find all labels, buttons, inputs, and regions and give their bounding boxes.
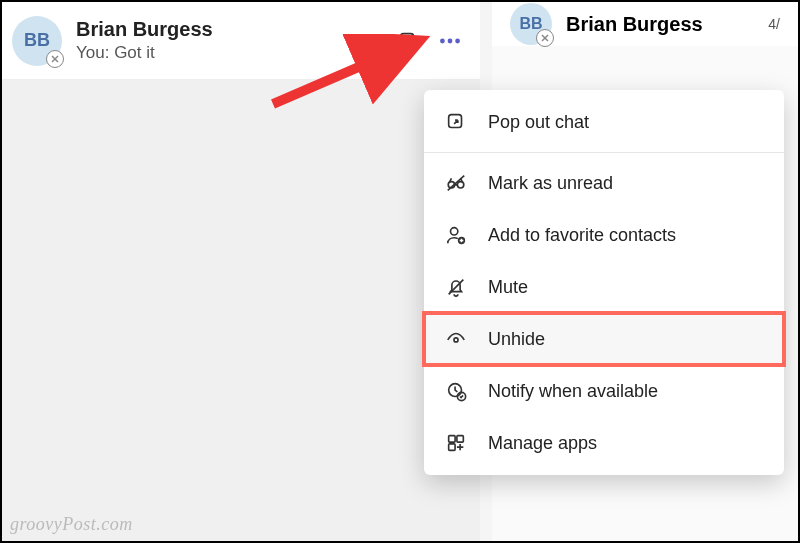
svg-point-15 — [454, 338, 458, 342]
popout-icon — [444, 110, 468, 134]
avatar: BB — [510, 3, 552, 45]
menu-label: Mark as unread — [488, 173, 613, 194]
menu-label: Notify when available — [488, 381, 658, 402]
chat-list-item[interactable]: BB Brian Burgess You: Got it — [2, 2, 480, 80]
context-menu: Pop out chat Mark as unread Add to favor… — [424, 90, 784, 475]
more-options-button[interactable] — [436, 27, 464, 55]
chat-header-name: Brian Burgess — [566, 13, 703, 36]
menu-item-popout[interactable]: Pop out chat — [424, 96, 784, 148]
svg-rect-19 — [457, 436, 463, 442]
popout-button[interactable] — [394, 27, 422, 55]
menu-label: Unhide — [488, 329, 545, 350]
svg-rect-18 — [449, 436, 455, 442]
menu-label: Add to favorite contacts — [488, 225, 676, 246]
menu-label: Mute — [488, 277, 528, 298]
menu-label: Manage apps — [488, 433, 597, 454]
avatar-initials: BB — [24, 30, 50, 51]
glasses-off-icon — [444, 171, 468, 195]
presence-offline-icon — [536, 29, 554, 47]
clock-check-icon — [444, 379, 468, 403]
chat-list-pane: BB Brian Burgess You: Got it — [2, 2, 480, 541]
contact-name: Brian Burgess — [76, 18, 394, 41]
last-message: You: Got it — [76, 43, 394, 63]
chat-header-date: 4/ — [768, 16, 780, 32]
menu-item-manage-apps[interactable]: Manage apps — [424, 417, 784, 469]
menu-item-mark-unread[interactable]: Mark as unread — [424, 157, 784, 209]
chat-header: BB Brian Burgess 4/ — [492, 2, 798, 46]
bell-off-icon — [444, 275, 468, 299]
presence-offline-icon — [46, 50, 64, 68]
menu-separator — [424, 152, 784, 153]
person-add-icon — [444, 223, 468, 247]
svg-point-4 — [448, 38, 453, 43]
apps-icon — [444, 431, 468, 455]
menu-item-mute[interactable]: Mute — [424, 261, 784, 313]
svg-point-5 — [455, 38, 460, 43]
svg-point-10 — [457, 182, 463, 188]
svg-point-12 — [451, 228, 458, 235]
chat-item-actions — [394, 27, 464, 55]
avatar: BB — [12, 16, 62, 66]
chat-item-text: Brian Burgess You: Got it — [76, 18, 394, 63]
svg-point-3 — [440, 38, 445, 43]
svg-rect-2 — [401, 33, 414, 46]
menu-item-unhide[interactable]: Unhide — [424, 313, 784, 365]
menu-item-add-favorite[interactable]: Add to favorite contacts — [424, 209, 784, 261]
eye-icon — [444, 327, 468, 351]
menu-label: Pop out chat — [488, 112, 589, 133]
svg-rect-8 — [449, 115, 462, 128]
svg-rect-20 — [449, 444, 455, 450]
watermark: groovyPost.com — [10, 514, 133, 535]
menu-item-notify[interactable]: Notify when available — [424, 365, 784, 417]
